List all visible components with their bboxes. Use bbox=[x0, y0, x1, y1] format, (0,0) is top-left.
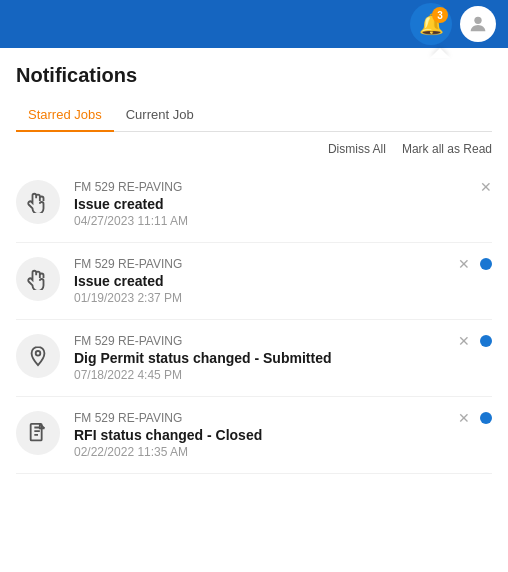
unread-indicator bbox=[480, 412, 492, 424]
notification-item[interactable]: FM 529 RE-PAVING Dig Permit status chang… bbox=[16, 320, 492, 397]
notification-actions: ✕ bbox=[458, 334, 492, 348]
svg-point-0 bbox=[474, 17, 481, 24]
dismiss-button[interactable]: ✕ bbox=[458, 257, 470, 271]
profile-button[interactable] bbox=[460, 6, 496, 42]
notification-content: FM 529 RE-PAVING Issue created 01/19/202… bbox=[74, 257, 450, 305]
notification-icon-document bbox=[16, 411, 60, 455]
panel-title: Notifications bbox=[16, 64, 492, 87]
top-bar: 🔔 3 bbox=[0, 0, 508, 48]
notification-item[interactable]: FM 529 RE-PAVING Issue created 01/19/202… bbox=[16, 243, 492, 320]
notification-title: Issue created bbox=[74, 196, 472, 212]
notification-item[interactable]: FM 529 RE-PAVING Issue created 04/27/202… bbox=[16, 166, 492, 243]
notification-content: FM 529 RE-PAVING Dig Permit status chang… bbox=[74, 334, 450, 382]
mark-all-read-button[interactable]: Mark all as Read bbox=[402, 142, 492, 156]
tabs-row: Starred Jobs Current Job bbox=[16, 99, 492, 132]
notification-icon-pin bbox=[16, 334, 60, 378]
notification-actions: ✕ bbox=[480, 180, 492, 194]
tab-starred-jobs[interactable]: Starred Jobs bbox=[16, 99, 114, 132]
notification-actions: ✕ bbox=[458, 411, 492, 425]
tab-current-job[interactable]: Current Job bbox=[114, 99, 206, 132]
notification-time: 07/18/2022 4:45 PM bbox=[74, 368, 450, 382]
notification-content: FM 529 RE-PAVING RFI status changed - Cl… bbox=[74, 411, 450, 459]
profile-icon bbox=[467, 13, 489, 35]
location-pin-icon bbox=[27, 345, 49, 367]
notification-project: FM 529 RE-PAVING bbox=[74, 411, 450, 425]
dismiss-button[interactable]: ✕ bbox=[480, 180, 492, 194]
notification-title: RFI status changed - Closed bbox=[74, 427, 450, 443]
notification-time: 04/27/2023 11:11 AM bbox=[74, 214, 472, 228]
notification-time: 02/22/2022 11:35 AM bbox=[74, 445, 450, 459]
notification-project: FM 529 RE-PAVING bbox=[74, 257, 450, 271]
unread-indicator bbox=[480, 258, 492, 270]
notification-project: FM 529 RE-PAVING bbox=[74, 334, 450, 348]
hand-icon bbox=[27, 268, 49, 290]
notification-icon-hand bbox=[16, 257, 60, 301]
actions-row: Dismiss All Mark all as Read bbox=[16, 132, 492, 162]
dismiss-all-button[interactable]: Dismiss All bbox=[328, 142, 386, 156]
notification-content: FM 529 RE-PAVING Issue created 04/27/202… bbox=[74, 180, 472, 228]
notification-icon-hand bbox=[16, 180, 60, 224]
dismiss-button[interactable]: ✕ bbox=[458, 411, 470, 425]
notification-list: FM 529 RE-PAVING Issue created 04/27/202… bbox=[16, 166, 492, 474]
hand-icon bbox=[27, 191, 49, 213]
dismiss-button[interactable]: ✕ bbox=[458, 334, 470, 348]
notification-title: Issue created bbox=[74, 273, 450, 289]
notification-title: Dig Permit status changed - Submitted bbox=[74, 350, 450, 366]
notification-badge: 3 bbox=[432, 7, 448, 23]
notifications-bell-button[interactable]: 🔔 3 bbox=[410, 3, 452, 45]
notification-item[interactable]: FM 529 RE-PAVING RFI status changed - Cl… bbox=[16, 397, 492, 474]
notification-project: FM 529 RE-PAVING bbox=[74, 180, 472, 194]
popover-arrow bbox=[430, 48, 450, 58]
unread-indicator bbox=[480, 335, 492, 347]
document-icon bbox=[27, 422, 49, 444]
notification-actions: ✕ bbox=[458, 257, 492, 271]
notifications-panel: Notifications Starred Jobs Current Job D… bbox=[0, 48, 508, 474]
notification-time: 01/19/2023 2:37 PM bbox=[74, 291, 450, 305]
svg-point-1 bbox=[36, 351, 41, 356]
